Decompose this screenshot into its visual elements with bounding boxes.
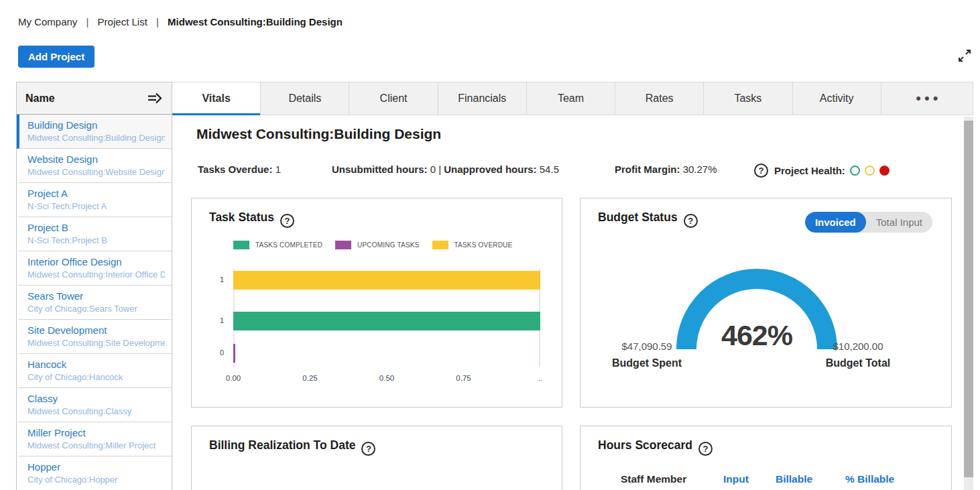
help-icon[interactable]: ? [280,214,294,228]
tab-label: ••• [916,90,941,107]
tab[interactable]: ••• [881,82,973,115]
sidebar-project-item[interactable]: Miller Project Midwest Consulting:Miller… [17,422,172,456]
x-axis-tick: 0.25 [302,374,317,382]
legend-item: TASKS OVERDUE [432,241,513,249]
project-full-path: City of Chicago:Sears Tower [27,304,165,314]
bar-row: 1 [233,312,540,330]
x-axis-tick: 0.75 [456,374,471,382]
x-axis-tick: 0.50 [379,374,394,382]
budget-percent: 462% [721,319,792,352]
sidebar-project-item[interactable]: Building Design Midwest Consulting:Build… [17,115,172,149]
health-yellow-indicator[interactable] [865,166,875,176]
tab[interactable]: Tasks [704,82,792,115]
sidebar-project-item[interactable]: Hopper City of Chicago:Hopper [17,456,172,490]
health-green-indicator[interactable] [850,166,860,176]
task-status-title: Task Status? [209,210,294,228]
breadcrumb-project-list[interactable]: Project List [98,16,147,27]
sidebar-project-item[interactable]: Project A N-Sci Tech:Project A [17,183,172,217]
legend-item: TASKS COMPLETED [233,241,322,249]
budget-status-card: Budget Status? Invoiced Total Input 462%… [580,198,952,408]
budget-total-value: $10,200.00 [814,341,902,352]
column-percent-billable[interactable]: % Billable [845,473,894,485]
legend-label: TASKS OVERDUE [454,241,513,249]
budget-status-title: Budget Status? [598,210,698,228]
budget-total-block: $10,200.00 Budget Total [814,341,902,369]
card-title-text: Hours Scorecard [598,438,692,452]
project-name: Building Design [27,119,165,131]
stat-label: Unapproved hours: [444,164,536,175]
tab[interactable]: Vitals [172,82,261,115]
legend-swatch [335,241,351,249]
project-full-path: Midwest Consulting:Classy [27,406,165,416]
billing-realization-title: Billing Realization To Date? [209,438,375,456]
sidebar-project-item[interactable]: Hancock City of Chicago:Hancock [17,354,172,388]
add-project-button[interactable]: Add Project [18,46,95,68]
legend-label: UPCOMING TASKS [357,241,419,249]
help-icon[interactable]: ? [361,442,375,456]
sidebar-project-item[interactable]: Site Development Midwest Consulting:Site… [17,320,172,354]
help-icon[interactable]: ? [754,164,768,178]
page-title: Midwest Consulting:Building Design [196,126,441,142]
stat-label: Tasks Overdue: [198,164,272,175]
stat-tasks-overdue: Tasks Overdue: 1 [198,164,281,175]
billing-realization-card: Billing Realization To Date? [191,426,562,490]
stat-label: Profit Margin: [615,164,680,175]
health-red-indicator[interactable] [879,166,890,176]
legend-swatch [233,241,249,249]
project-full-path: Midwest Consulting:Site Development [27,338,165,348]
budget-total-label: Budget Total [814,357,902,369]
stat-profit-margin: Profit Margin: 30.27% [615,164,717,175]
x-axis-tick: 0.00 [226,374,241,382]
sidebar-project-item[interactable]: Interior Office Design Midwest Consultin… [17,251,172,286]
x-axis-tick: .. [538,374,542,382]
project-name: Website Design [27,154,165,165]
expand-icon[interactable] [957,48,972,63]
tab-label: Tasks [734,93,761,105]
legend-item: UPCOMING TASKS [335,241,419,249]
tab-label: Rates [646,93,674,105]
toggle-invoiced[interactable]: Invoiced [805,212,866,233]
scrollbar-thumb[interactable] [964,121,973,477]
tab-label: Vitals [202,93,230,105]
budget-spent-label: Budget Spent [603,357,691,369]
column-input[interactable]: Input [723,473,749,485]
tab[interactable]: Details [261,82,349,115]
tab[interactable]: Team [527,82,615,115]
project-name: Hancock [27,359,165,370]
legend-swatch [432,241,448,249]
help-icon[interactable]: ? [684,214,698,228]
sidebar-header-name: Name [25,93,55,105]
breadcrumb-separator: | [156,16,159,27]
sidebar-collapse-icon[interactable] [147,92,163,105]
project-full-path: Midwest Consulting:Interior Office Desig… [27,269,165,280]
project-tabs: Vitals Details Client Financials Team Ra… [172,82,973,115]
tab[interactable]: Rates [615,82,704,115]
sidebar-project-item[interactable]: Classy Midwest Consulting:Classy [17,388,172,422]
tab[interactable]: Activity [793,82,881,115]
stat-label: Project Health: [774,165,845,176]
budget-spent-value: $47,090.59 [603,341,691,352]
tab[interactable]: Financials [438,82,527,115]
vitals-stats-row: Tasks Overdue: 1 Unsubmitted hours: 0 | … [172,164,973,180]
task-status-bar-chart: 101 [233,271,540,366]
y-axis-value-label: 0 [220,349,224,357]
card-title-text: Budget Status [598,210,678,224]
x-axis: 0.00 0.25 0.50 0.75 .. [233,374,540,385]
help-icon[interactable]: ? [698,442,713,456]
stat-value: 30.27% [683,164,717,175]
bar-upcoming-tasks [233,344,235,363]
project-full-path: Midwest Consulting:Website Design [27,167,165,177]
sidebar-project-item[interactable]: Sears Tower City of Chicago:Sears Tower [17,286,172,320]
breadcrumb-my-company[interactable]: My Company [18,16,77,27]
tab[interactable]: Client [349,82,438,115]
hours-scorecard-card: Hours Scorecard? Staff Member Input Bill… [580,426,952,490]
card-title-text: Billing Realization To Date [209,438,355,452]
sidebar-project-item[interactable]: Website Design Midwest Consulting:Websit… [17,149,172,183]
legend-label: TASKS COMPLETED [255,241,322,249]
column-billable[interactable]: Billable [776,473,812,485]
project-name: Sears Tower [27,290,165,302]
column-staff-member: Staff Member [621,473,686,485]
toggle-total-input[interactable]: Total Input [866,212,932,233]
breadcrumb-current-project: Midwest Consulting:Building Design [168,16,343,27]
sidebar-project-item[interactable]: Project B N-Sci Tech:Project B [17,217,172,251]
